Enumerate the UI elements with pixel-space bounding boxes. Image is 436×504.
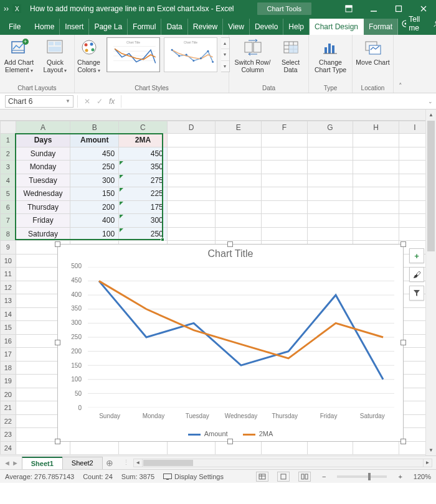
column-header[interactable]: F xyxy=(262,121,308,134)
cell[interactable]: Days xyxy=(16,134,70,147)
cell[interactable] xyxy=(167,227,216,241)
cell[interactable]: 450 xyxy=(119,147,168,161)
row-header[interactable]: 1 xyxy=(1,134,16,147)
embedded-chart[interactable]: Chart Title 0501001502002503003504004505… xyxy=(57,244,404,442)
normal-view-button[interactable] xyxy=(256,472,268,482)
chart-style-gallery-more[interactable]: ▴▾▾ xyxy=(221,37,230,72)
cell[interactable] xyxy=(216,227,262,241)
cell[interactable]: Tuesday xyxy=(16,174,70,187)
cell[interactable] xyxy=(353,161,399,174)
row-header[interactable]: 17 xyxy=(1,348,16,362)
cell[interactable] xyxy=(70,441,119,455)
cell[interactable] xyxy=(307,441,353,455)
zoom-out-button[interactable]: − xyxy=(320,473,328,480)
quick-access-toolbar[interactable]: ›› xyxy=(0,4,7,13)
cell[interactable] xyxy=(216,134,262,147)
row-header[interactable]: 23 xyxy=(1,428,16,442)
column-header[interactable]: E xyxy=(216,121,262,134)
cell[interactable] xyxy=(262,161,308,174)
cell[interactable]: 225 xyxy=(119,187,168,201)
cell[interactable]: 450 xyxy=(70,147,119,161)
chart-legend[interactable]: Amount2MA xyxy=(58,430,403,437)
cell[interactable] xyxy=(353,441,399,455)
row-header[interactable]: 16 xyxy=(1,334,16,348)
cell[interactable] xyxy=(262,174,308,187)
row-header[interactable]: 3 xyxy=(1,161,16,174)
scroll-thumb[interactable] xyxy=(143,460,193,466)
formula-input[interactable] xyxy=(121,95,425,108)
cell[interactable] xyxy=(167,214,216,228)
resize-handle[interactable] xyxy=(227,439,233,444)
tell-me[interactable]: Tell me xyxy=(398,12,427,35)
chart-styles-button[interactable]: 🖌 xyxy=(409,267,424,282)
cell[interactable]: Thursday xyxy=(16,200,70,214)
cell[interactable] xyxy=(353,147,399,161)
row-header[interactable]: 24 xyxy=(1,441,16,455)
sheet-nav-prev[interactable]: ◄ xyxy=(4,459,11,467)
cell[interactable] xyxy=(353,174,399,187)
row-header[interactable]: 18 xyxy=(1,361,16,375)
cell[interactable] xyxy=(262,134,308,147)
cell[interactable]: 250 xyxy=(70,161,119,174)
row-header[interactable]: 13 xyxy=(1,294,16,308)
cell[interactable] xyxy=(216,441,262,455)
cell[interactable]: 175 xyxy=(119,200,168,214)
scroll-left-button[interactable]: ◄ xyxy=(134,459,143,467)
scroll-thumb[interactable] xyxy=(427,121,435,251)
cell[interactable] xyxy=(216,187,262,201)
worksheet-area[interactable]: ABCDEFGHI1DaysAmount2MA2Sunday4504503Mon… xyxy=(0,110,436,455)
display-settings-button[interactable]: Display Settings xyxy=(163,473,224,480)
cell[interactable]: 300 xyxy=(70,174,119,187)
cell[interactable]: Monday xyxy=(16,161,70,174)
row-header[interactable]: 20 xyxy=(1,388,16,401)
cell[interactable]: 275 xyxy=(119,174,168,187)
column-header[interactable]: B xyxy=(70,121,119,134)
chart-elements-button[interactable]: + xyxy=(409,248,424,263)
row-header[interactable]: 12 xyxy=(1,281,16,294)
row-header[interactable]: 2 xyxy=(1,147,16,161)
cell[interactable]: 200 xyxy=(70,200,119,214)
cell[interactable] xyxy=(307,147,353,161)
cell[interactable] xyxy=(216,200,262,214)
tab-file[interactable]: File xyxy=(0,19,29,35)
tab-view[interactable]: View xyxy=(223,19,250,35)
column-header[interactable]: D xyxy=(167,121,216,134)
row-header[interactable]: 15 xyxy=(1,321,16,335)
page-break-view-button[interactable] xyxy=(298,472,311,482)
cell[interactable] xyxy=(216,214,262,228)
cell[interactable] xyxy=(167,134,216,147)
cell[interactable] xyxy=(307,200,353,214)
cell[interactable] xyxy=(262,147,308,161)
cell[interactable] xyxy=(262,214,308,228)
cell[interactable] xyxy=(167,441,216,455)
row-header[interactable]: 21 xyxy=(1,401,16,415)
chart-style-1[interactable]: Chart Title xyxy=(107,37,160,72)
cell[interactable] xyxy=(262,441,308,455)
switch-row-column-button[interactable]: Switch Row/ Column xyxy=(232,37,273,73)
cell[interactable]: Sunday xyxy=(16,147,70,161)
column-header[interactable]: G xyxy=(307,121,353,134)
tab-review[interactable]: Review xyxy=(188,19,223,35)
scroll-right-button[interactable]: ► xyxy=(423,459,432,467)
tab-help[interactable]: Help xyxy=(283,19,310,35)
cell[interactable]: 150 xyxy=(70,187,119,201)
name-box[interactable]: Chart 6▼ xyxy=(5,95,73,108)
zoom-slider[interactable] xyxy=(337,475,387,478)
row-header[interactable]: 5 xyxy=(1,187,16,201)
tab-chart-design[interactable]: Chart Design xyxy=(310,19,364,35)
cell[interactable] xyxy=(353,214,399,228)
cell[interactable]: 350 xyxy=(119,161,168,174)
change-colors-button[interactable]: Change Colors xyxy=(74,37,104,73)
cell[interactable] xyxy=(307,161,353,174)
cell[interactable] xyxy=(307,214,353,228)
resize-handle[interactable] xyxy=(227,241,233,247)
column-header[interactable]: C xyxy=(119,121,168,134)
select-all-button[interactable] xyxy=(1,121,16,134)
change-chart-type-button[interactable]: Change Chart Type xyxy=(312,37,349,73)
row-header[interactable]: 9 xyxy=(1,241,16,254)
cell[interactable] xyxy=(307,187,353,201)
cell[interactable]: 2MA xyxy=(119,134,168,147)
ribbon-display-options-button[interactable] xyxy=(336,0,361,17)
legend-item[interactable]: Amount xyxy=(188,430,228,437)
tab-format[interactable]: Format xyxy=(364,19,398,35)
